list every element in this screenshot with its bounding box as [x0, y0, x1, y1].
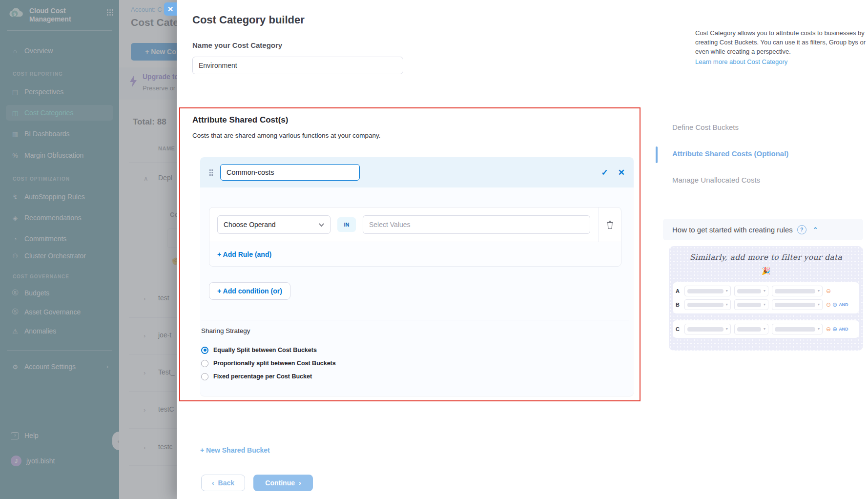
how-to-header[interactable]: How to get started with creating rules ?…: [663, 219, 863, 240]
rule-card: Choose Operand IN Select Values + Add Ru…: [209, 207, 621, 267]
trash-icon: [606, 220, 614, 229]
caret-down-icon: ▾: [764, 289, 765, 293]
page-title: Cost Category builder: [192, 14, 305, 26]
active-step-indicator: [656, 146, 658, 163]
radio-selected-icon[interactable]: [201, 347, 208, 354]
radio-icon[interactable]: [201, 360, 208, 367]
placeholder-select: ▾: [684, 324, 731, 334]
delete-rule-button[interactable]: [598, 208, 621, 242]
illustration-rule-group: C ▾ ▾ ▾ ⊖⊕AND: [673, 320, 859, 338]
caret-down-icon: ▾: [726, 327, 728, 331]
illustration-caption: Similarly, add more to filter your data: [669, 253, 863, 262]
plus-circle-icon: ⊕: [832, 326, 837, 332]
values-input[interactable]: Select Values: [363, 215, 590, 234]
rules-illustration: Similarly, add more to filter your data …: [669, 246, 863, 351]
continue-button[interactable]: Continue ›: [253, 475, 313, 491]
and-label: AND: [839, 302, 848, 307]
cost-category-builder-modal: ✕ Cost Category builder Name your Cost C…: [177, 0, 868, 499]
strategy-option-equal[interactable]: Equally Split between Cost Buckets: [201, 345, 317, 355]
placeholder-select: ▾: [772, 286, 823, 296]
divider: [201, 320, 629, 320]
placeholder-select: ▾: [734, 299, 768, 310]
shared-bucket-card: ✓ ✕ Choose Operand IN Select Values: [200, 157, 634, 396]
shared-costs-heading: Attribute Shared Cost(s): [192, 115, 288, 125]
name-label: Name your Cost Category: [192, 41, 282, 49]
caret-down-icon: ▾: [764, 327, 765, 331]
illustration-rule-group: A ▾ ▾ ▾ ⊖ B ▾ ▾ ▾ ⊖⊕AND: [673, 282, 859, 313]
illustration-row: C ▾ ▾ ▾ ⊖⊕AND: [676, 322, 856, 336]
learn-more-link[interactable]: Learn more about Cost Category: [695, 57, 787, 66]
placeholder-select: ▾: [772, 324, 823, 334]
sharing-strategy-label: Sharing Strategy: [201, 327, 250, 334]
minus-circle-icon: ⊖: [826, 288, 831, 294]
placeholder-select: ▾: [734, 324, 768, 334]
minus-circle-icon: ⊖: [826, 302, 831, 308]
plus-circle-icon: ⊕: [832, 302, 837, 308]
placeholder-select: ▾: [734, 286, 768, 296]
illustration-row: A ▾ ▾ ▾ ⊖: [676, 284, 856, 298]
confirm-icon[interactable]: ✓: [601, 168, 608, 177]
and-label: AND: [839, 327, 848, 332]
cost-category-name-input[interactable]: [192, 57, 403, 74]
bucket-header: ✓ ✕: [200, 157, 634, 187]
back-button[interactable]: ‹ Back: [201, 475, 245, 491]
add-rule-button[interactable]: + Add Rule (and): [217, 250, 271, 258]
party-popper-icon: 🎉: [669, 267, 863, 275]
caret-down-icon: ▾: [726, 289, 728, 293]
new-shared-bucket-button[interactable]: + New Shared Bucket: [200, 446, 270, 454]
close-icon[interactable]: ✕: [164, 2, 177, 16]
chevron-right-icon: ›: [299, 479, 301, 487]
help-circle-icon[interactable]: ?: [797, 225, 806, 234]
radio-icon[interactable]: [201, 373, 208, 380]
illustration-row: B ▾ ▾ ▾ ⊖⊕AND: [676, 298, 856, 312]
caret-down-icon: ▾: [726, 303, 728, 307]
operator-badge[interactable]: IN: [337, 217, 356, 232]
cancel-icon[interactable]: ✕: [618, 168, 625, 177]
caret-down-icon: ▾: [818, 289, 820, 293]
step-attribute-shared-costs[interactable]: Attribute Shared Costs (Optional): [672, 149, 788, 158]
chevron-down-icon: [319, 223, 324, 227]
bucket-name-input[interactable]: [220, 164, 360, 181]
minus-circle-icon: ⊖: [826, 326, 831, 332]
placeholder-select: ▾: [684, 299, 731, 310]
step-manage-unallocated-costs[interactable]: Manage Unallocated Costs: [672, 176, 760, 184]
caret-down-icon: ▾: [764, 303, 765, 307]
chevron-up-icon[interactable]: ⌃: [813, 226, 818, 233]
step-define-cost-buckets[interactable]: Define Cost Buckets: [672, 123, 739, 131]
strategy-option-proportional[interactable]: Proportionally split between Cost Bucket…: [201, 358, 336, 369]
shared-costs-description: Costs that are shared among various func…: [192, 132, 380, 139]
strategy-option-fixed[interactable]: Fixed percentage per Cost Bucket: [201, 371, 312, 382]
add-condition-button[interactable]: + Add condition (or): [209, 282, 290, 300]
placeholder-select: ▾: [772, 299, 823, 310]
chevron-left-icon: ‹: [212, 479, 214, 487]
caret-down-icon: ▾: [818, 303, 820, 307]
caret-down-icon: ▾: [818, 327, 820, 331]
placeholder-select: ▾: [684, 286, 731, 296]
info-text: Cost Category allows you to attribute co…: [695, 28, 867, 66]
bucket-body: Choose Operand IN Select Values + Add Ru…: [200, 187, 634, 396]
operand-select[interactable]: Choose Operand: [217, 215, 331, 234]
drag-handle-icon[interactable]: [209, 169, 213, 176]
